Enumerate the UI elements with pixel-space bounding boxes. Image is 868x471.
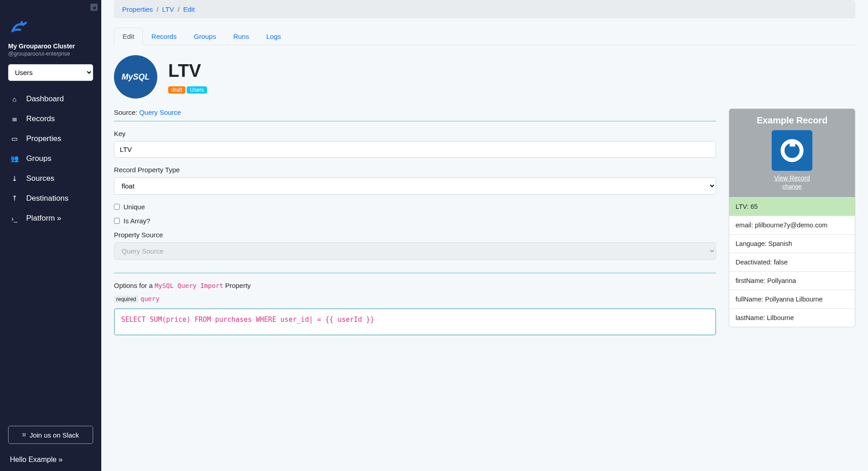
- type-label: Record Property Type: [114, 166, 716, 174]
- array-checkbox[interactable]: [114, 218, 120, 224]
- example-row: firstName: Pollyanna: [729, 271, 855, 290]
- source-link[interactable]: Query Source: [139, 108, 181, 116]
- terminal-icon: ›_: [10, 215, 19, 222]
- cluster-package: @grouparoo/ui-enterprise: [8, 51, 93, 57]
- key-label: Key: [114, 130, 716, 137]
- view-record-link[interactable]: View Record: [734, 174, 850, 182]
- tab-records[interactable]: Records: [143, 28, 185, 45]
- tabs: EditRecordsGroupsRunsLogs: [114, 28, 855, 45]
- property-source-label: Property Source: [114, 231, 716, 239]
- tab-edit[interactable]: Edit: [114, 28, 143, 45]
- sidebar-item-records[interactable]: ≣Records: [8, 109, 93, 129]
- sidebar-item-platform-[interactable]: ›_Platform »: [8, 208, 93, 228]
- example-row: Language: Spanish: [729, 234, 855, 253]
- avatar: [772, 130, 812, 171]
- app-logo: [8, 14, 93, 38]
- property-form: Source: Query Source Key Record Property…: [114, 108, 716, 335]
- options-heading: Options for a MySQL Query Import Propert…: [114, 282, 716, 289]
- sidebar-item-properties[interactable]: ▭Properties: [8, 129, 93, 149]
- example-record-card: Example Record View Record change LTV: 6…: [729, 108, 855, 327]
- divider: [114, 121, 716, 122]
- key-input[interactable]: [114, 141, 716, 158]
- sidebar: ◀ My Grouparoo Cluster @grouparoo/ui-ent…: [0, 0, 101, 471]
- tab-runs[interactable]: Runs: [225, 28, 258, 45]
- file-export-icon: ⤒: [10, 194, 19, 203]
- list-icon: ≣: [10, 115, 19, 123]
- tab-logs[interactable]: Logs: [258, 28, 290, 45]
- example-row: LTV: 65: [729, 197, 855, 216]
- type-select[interactable]: float: [114, 177, 716, 195]
- id-card-icon: ▭: [10, 135, 19, 143]
- query-option-label: required query: [114, 295, 716, 303]
- tab-groups[interactable]: Groups: [185, 28, 225, 45]
- example-row: Deactivated: false: [729, 253, 855, 271]
- example-title: Example Record: [734, 115, 850, 126]
- sidebar-collapse-button[interactable]: ◀: [90, 4, 98, 11]
- sidebar-item-sources[interactable]: ⤓Sources: [8, 169, 93, 188]
- sidebar-item-destinations[interactable]: ⤒Destinations: [8, 188, 93, 208]
- model-select[interactable]: Users: [8, 64, 93, 81]
- join-slack-button[interactable]: ⌗ Join us on Slack: [8, 426, 93, 444]
- page-header: MySQL LTV draftUsers: [114, 55, 855, 99]
- sidebar-item-groups[interactable]: 👥Groups: [8, 149, 93, 169]
- sidebar-item-dashboard[interactable]: ⌂Dashboard: [8, 89, 93, 109]
- badge-users: Users: [187, 86, 207, 94]
- badge-draft: draft: [168, 86, 185, 94]
- example-row: fullName: Pollyanna Lilbourne: [729, 290, 855, 308]
- breadcrumb-ltv[interactable]: LTV: [162, 5, 174, 13]
- mysql-logo: MySQL: [114, 55, 157, 99]
- breadcrumb-properties[interactable]: Properties: [122, 5, 153, 13]
- breadcrumb-edit[interactable]: Edit: [183, 5, 195, 13]
- query-input[interactable]: SELECT SUM(price) FROM purchases WHERE u…: [114, 308, 716, 335]
- main-content: Properties/LTV/Edit EditRecordsGroupsRun…: [101, 0, 868, 471]
- breadcrumb: Properties/LTV/Edit: [114, 0, 855, 19]
- divider: [114, 273, 716, 273]
- property-source-select[interactable]: Query Source: [114, 242, 716, 260]
- example-row: lastName: Lilbourne: [729, 308, 855, 327]
- user-greeting-link[interactable]: Hello Example »: [8, 452, 93, 466]
- file-import-icon: ⤓: [10, 174, 19, 183]
- unique-checkbox[interactable]: [114, 204, 120, 210]
- cluster-name: My Grouparoo Cluster: [8, 42, 93, 50]
- example-row: email: plilbourne7y@demo.com: [729, 216, 855, 234]
- change-record-link[interactable]: change: [734, 183, 850, 190]
- page-title: LTV: [168, 61, 208, 81]
- home-icon: ⌂: [10, 95, 19, 103]
- slack-icon: ⌗: [22, 431, 26, 439]
- users-icon: 👥: [10, 155, 19, 163]
